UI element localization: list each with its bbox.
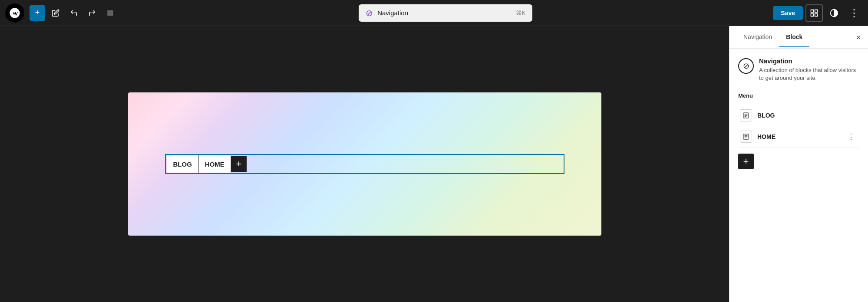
panel-header: Navigation Block × [729, 26, 868, 49]
block-title: Navigation [759, 57, 859, 65]
contrast-button[interactable] [825, 4, 843, 22]
nav-item-home[interactable]: HOME [198, 155, 231, 173]
view-toggle-button[interactable] [805, 4, 823, 22]
menu-item-home-icon [740, 131, 752, 143]
more-options-button[interactable]: ⋮ [845, 4, 863, 22]
add-block-button[interactable]: + [30, 5, 45, 21]
block-icon: ⊘ [738, 58, 754, 74]
block-info-text: Navigation A collection of blocks that a… [759, 57, 859, 82]
menu-item-home: HOME ⋮ [738, 126, 859, 148]
svg-rect-3 [811, 10, 814, 12]
block-description: A collection of blocks that allow visito… [759, 66, 859, 82]
navigation-icon: ⊘ [366, 8, 373, 18]
menu-item-blog: BLOG [738, 105, 859, 126]
panel-body: ⊘ Navigation A collection of blocks that… [729, 49, 868, 178]
navigation-block-icon: ⊘ [743, 61, 749, 71]
command-bar-shortcut: ⌘K [516, 10, 525, 16]
canvas-frame: BLOG HOME + [128, 92, 601, 236]
add-menu-icon: + [743, 156, 749, 167]
menu-item-blog-label: BLOG [757, 112, 858, 119]
block-info: ⊘ Navigation A collection of blocks that… [738, 57, 859, 82]
svg-rect-4 [815, 10, 818, 12]
toolbar-center: ⊘ Navigation ⌘K [121, 4, 770, 22]
save-button[interactable]: Save [773, 6, 803, 20]
menu-list: BLOG HOME ⋮ [738, 105, 859, 148]
tab-navigation[interactable]: Navigation [736, 27, 779, 47]
canvas-area: BLOG HOME + [0, 26, 729, 302]
main-layout: BLOG HOME + Navigation Block × ⊘ Navig [0, 26, 868, 302]
svg-rect-6 [811, 13, 814, 16]
toolbar: + ⊘ Navigation ⌘K Save [0, 0, 868, 26]
nav-add-button[interactable]: + [231, 156, 247, 172]
nav-item-blog[interactable]: BLOG [167, 155, 198, 173]
command-bar[interactable]: ⊘ Navigation ⌘K [359, 4, 532, 22]
menu-item-home-more-button[interactable]: ⋮ [845, 131, 858, 142]
menu-section-label: Menu [738, 92, 859, 99]
command-bar-label: Navigation [377, 9, 512, 16]
list-view-button[interactable] [102, 5, 118, 21]
toolbar-right: Save ⋮ [773, 4, 863, 22]
panel-close-button[interactable]: × [856, 33, 861, 42]
menu-item-blog-icon [740, 109, 752, 121]
wp-logo[interactable] [5, 3, 24, 23]
svg-rect-5 [815, 13, 818, 16]
panel-tabs: Navigation Block [736, 27, 809, 47]
right-panel: Navigation Block × ⊘ Navigation A collec… [729, 26, 868, 302]
menu-item-home-label: HOME [757, 133, 839, 140]
undo-button[interactable] [66, 5, 82, 21]
edit-button[interactable] [48, 5, 63, 21]
tab-block[interactable]: Block [779, 27, 809, 47]
nav-block: BLOG HOME + [165, 154, 564, 174]
redo-button[interactable] [84, 5, 100, 21]
add-menu-item-button[interactable]: + [738, 154, 754, 169]
